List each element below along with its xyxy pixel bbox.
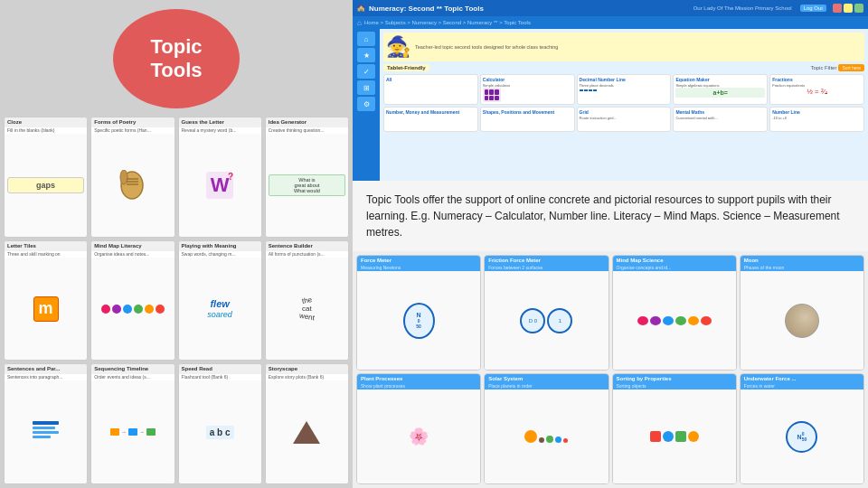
content-description: Teacher-led topic second tools designed … <box>415 44 558 50</box>
idea-line3: What would <box>271 188 343 193</box>
num-card-calc[interactable]: Calculator Simple calculator <box>480 74 575 105</box>
letter-w-display: W ? <box>206 172 233 199</box>
num-card-decimal[interactable]: Decimal Number Line Three place decimals <box>577 74 672 105</box>
cloze-title: Cloze <box>5 117 87 127</box>
dot-blue <box>123 305 132 314</box>
right-panel: 🏫 Numeracy: Second ** Topic Tools Our La… <box>353 0 868 488</box>
idea-gen-title: Idea Generator <box>266 117 348 127</box>
eq-demo: a+b= <box>675 88 765 98</box>
sidebar-icon-2[interactable]: ★ <box>357 48 375 62</box>
sidebar-icon-5[interactable]: ⚙ <box>357 97 375 111</box>
sort-here-label: Sort here <box>838 64 864 71</box>
num-card-numline[interactable]: Number Line -10 to +6 <box>769 107 864 132</box>
seq-box-2 <box>128 428 137 436</box>
topic-tools-oval: TopicTools <box>113 9 240 108</box>
underwater-body: N 050 <box>741 389 863 483</box>
num-card-equation[interactable]: Equation Maker Simple algebraic equation… <box>673 74 768 105</box>
num-card-fractions[interactable]: Fractions Fraction equivalents ½ = ²⁄₄ <box>769 74 864 105</box>
nl-seg-4 <box>593 89 597 91</box>
underwater-sub: Forces in water <box>741 383 863 389</box>
numeracy-grid: All Calculator Simple calculator <box>383 74 864 132</box>
storyscape-mountain <box>293 421 320 444</box>
guess-letter-body: W ? <box>179 134 261 237</box>
speed-read-card[interactable]: Speed Read Flashcard tool (Bank 6) a b c <box>178 363 262 484</box>
breadcrumb: Home > Subjects > Numeracy > Second > Nu… <box>364 20 531 25</box>
num-numline-sub: -10 to +6 <box>772 116 862 120</box>
calc-btn-5 <box>489 96 494 101</box>
sentence-demo: the cat went <box>299 296 315 321</box>
sorting-card[interactable]: Sorting by Properties Sorting objects <box>612 373 737 484</box>
sentences-par-card[interactable]: Sentences and Par... Sentences into para… <box>4 363 88 484</box>
sort-item-3 <box>675 431 686 442</box>
underwater-card[interactable]: Underwater Force ... Forces in water N 0… <box>740 373 864 484</box>
storyscape-card[interactable]: Storyscape Explore story plots (Bank 6) <box>265 363 349 484</box>
plant-body: 🌸 <box>357 389 480 483</box>
science-grid-section: Force Meter Measuring Newtons N 0 50 Fri… <box>353 251 868 488</box>
guess-letter-card[interactable]: Guess the Letter Reveal a mystery word (… <box>178 117 262 238</box>
planet-1 <box>539 437 544 443</box>
solar-card[interactable]: Solar System Place planets in order <box>484 373 609 484</box>
force-meter-card[interactable]: Force Meter Measuring Newtons N 0 50 <box>356 255 481 371</box>
num-card-all[interactable]: All <box>383 74 478 105</box>
solar-body <box>485 389 608 483</box>
num-all-title: All <box>386 77 476 82</box>
sidebar-icon-3[interactable]: ✓ <box>357 64 375 79</box>
num-card-money[interactable]: Number, Money and Measurement <box>383 107 478 132</box>
sequencing-title: Sequencing Timeline <box>91 364 174 374</box>
forms-poetry-card[interactable]: Forms of Poetry Specific poetic forms (H… <box>90 117 175 238</box>
force-meter-body: N 0 50 <box>357 271 480 370</box>
mind-map-science-card[interactable]: Mind Map Science Organise concepts and i… <box>612 255 737 371</box>
friction-circle-1: D 0 <box>520 308 545 333</box>
mountain-shape <box>293 421 320 444</box>
sort-item-4 <box>688 431 699 442</box>
sidebar-icon-1[interactable]: ⌂ <box>357 32 375 46</box>
sentence-builder-card[interactable]: Sentence Builder All forms of punctuatio… <box>265 240 349 361</box>
solar-display <box>524 430 568 443</box>
playing-meaning-body: flew soared <box>179 258 261 360</box>
max-btn[interactable] <box>854 4 863 13</box>
log-out-button[interactable]: Log Out <box>800 5 826 12</box>
cloze-sub: Fill in the blanks (blank) <box>5 127 87 134</box>
num-card-grid[interactable]: Grid Route instruction grid... <box>577 107 672 132</box>
sentences-par-sub: Sentences into paragraph... <box>5 374 87 380</box>
force-50-label: 50 <box>416 324 421 329</box>
num-decimal-title: Decimal Number Line <box>580 77 669 82</box>
letter-tiles-sub: Three and skill marking on <box>5 251 87 258</box>
cloze-card[interactable]: Cloze Fill in the blanks (blank) gaps <box>4 117 88 238</box>
moon-card[interactable]: Moon Phases of the moon <box>740 255 864 371</box>
storyscape-body <box>266 380 348 483</box>
solar-sub: Place planets in order <box>485 383 608 389</box>
left-panel: TopicTools Cloze Fill in the blanks (bla… <box>0 0 353 488</box>
svg-rect-5 <box>33 421 59 425</box>
friction-val-1: D 0 <box>529 318 537 324</box>
mind-map-literacy-card[interactable]: Mind Map Literacy Organise ideas and not… <box>90 240 175 361</box>
num-card-shapes[interactable]: Shapes, Positions and Movement <box>480 107 575 132</box>
flew-word: flew <box>210 298 229 309</box>
science-grid: Force Meter Measuring Newtons N 0 50 Fri… <box>356 255 864 484</box>
friction-title: Friction Force Meter <box>485 256 608 265</box>
dot-orange <box>145 305 154 314</box>
idea-box: What is great about What would <box>269 174 345 196</box>
guess-letter-sub: Reveal a mystery word (b... <box>179 127 261 134</box>
close-btn[interactable] <box>833 4 842 13</box>
mm-blob-2 <box>650 316 661 325</box>
min-btn[interactable] <box>844 4 853 13</box>
planet-4 <box>563 438 568 443</box>
plant-display: 🌸 <box>409 428 429 445</box>
num-card-mental[interactable]: Mental Maths Customised mental arith... <box>673 107 768 132</box>
nl-seg-1 <box>580 89 583 91</box>
sidebar-icon-4[interactable]: ⊞ <box>357 80 375 95</box>
num-frac-title: Fractions <box>772 77 862 82</box>
playing-meaning-card[interactable]: Playing with Meaning Swap words, changin… <box>178 240 262 361</box>
letter-tiles-card[interactable]: Letter Tiles Three and skill marking on … <box>4 240 88 361</box>
topic-tools-description: Topic Tools offer the support of online … <box>366 192 854 240</box>
friction-meter-card[interactable]: Friction Force Meter Forces between 2 su… <box>484 255 609 371</box>
sequencing-card[interactable]: Sequencing Timeline Order events and ide… <box>90 363 175 484</box>
home-icon[interactable]: ⌂ <box>357 19 362 27</box>
mind-map-body <box>91 258 174 360</box>
idea-generator-card[interactable]: Idea Generator Creative thinking questio… <box>265 117 349 238</box>
character-avatar: 🧙 <box>386 35 410 59</box>
letter-m-tile: m <box>33 296 59 322</box>
forms-poetry-title: Forms of Poetry <box>91 117 174 127</box>
plant-card[interactable]: Plant Processes Show plant processes 🌸 <box>356 373 481 484</box>
